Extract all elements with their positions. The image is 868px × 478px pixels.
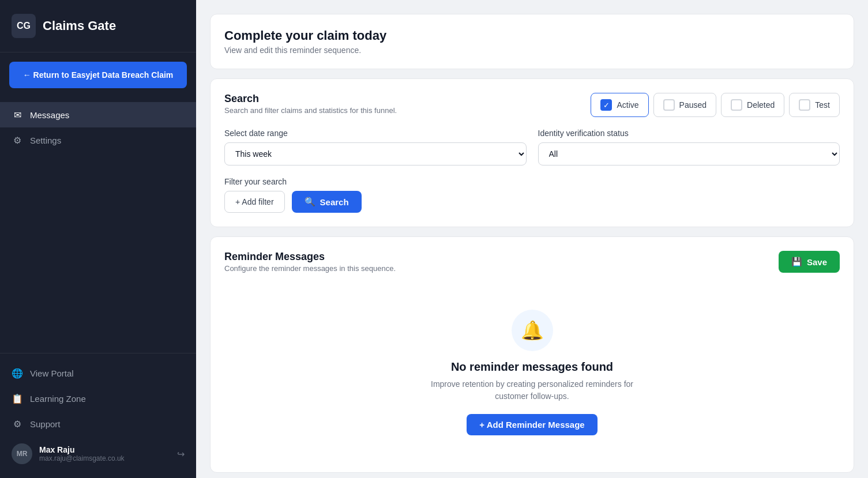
search-button[interactable]: 🔍 Search	[292, 191, 362, 213]
settings-icon: ⚙	[12, 134, 23, 146]
sidebar-bottom: 🌐 View Portal 📋 Learning Zone ⚙ Support …	[0, 353, 196, 478]
sidebar-item-learning-zone[interactable]: 📋 Learning Zone	[0, 386, 196, 411]
sidebar-item-label: Messages	[30, 110, 69, 120]
empty-title: No reminder messages found	[451, 360, 613, 374]
user-section: MR Max Raju max.raju@claimsgate.co.uk ↪	[0, 436, 196, 471]
add-reminder-button[interactable]: + Add Reminder Message	[467, 414, 597, 435]
filter-actions-row: Filter your search + Add filter 🔍 Search	[224, 177, 840, 213]
save-label: Save	[807, 257, 827, 267]
logo-icon: CG	[12, 14, 36, 38]
filter-deleted[interactable]: Deleted	[721, 93, 784, 117]
support-icon: ⚙	[12, 418, 23, 430]
bell-icon: 🔔	[521, 319, 544, 341]
search-title: Search	[224, 93, 397, 105]
sidebar-item-support[interactable]: ⚙ Support	[0, 411, 196, 436]
bell-icon-container: 🔔	[512, 310, 553, 351]
globe-icon: 🌐	[12, 367, 23, 379]
avatar: MR	[12, 443, 32, 464]
return-to-claim-button[interactable]: ← Return to Easyjet Data Breach Claim	[9, 62, 187, 88]
main-nav: ✉ Messages ⚙ Settings	[0, 97, 196, 353]
active-checkbox[interactable]: ✓	[600, 99, 612, 111]
sidebar-item-messages[interactable]: ✉ Messages	[0, 102, 196, 127]
search-header: Search Search and filter claims and stat…	[224, 93, 840, 117]
sidebar: CG Claims Gate ← Return to Easyjet Data …	[0, 0, 196, 478]
sidebar-item-label: Support	[30, 419, 61, 429]
save-icon: 💾	[791, 257, 802, 267]
user-info: Max Raju max.raju@claimsgate.co.uk	[39, 445, 170, 462]
page-title: Complete your claim today	[224, 28, 840, 43]
date-identity-row: Select date range Today This week This m…	[224, 129, 840, 165]
sidebar-item-label: Settings	[30, 136, 61, 145]
logo-area: CG Claims Gate	[0, 0, 196, 52]
search-card: Search Search and filter claims and stat…	[210, 78, 854, 227]
search-title-group: Search Search and filter claims and stat…	[224, 93, 397, 115]
sidebar-item-settings[interactable]: ⚙ Settings	[0, 127, 196, 153]
test-checkbox[interactable]	[799, 99, 810, 111]
search-description: Search and filter claims and statistics …	[224, 106, 397, 115]
save-button[interactable]: 💾 Save	[779, 251, 840, 273]
user-name: Max Raju	[39, 445, 170, 454]
date-range-select[interactable]: Today This week This month Last month Al…	[224, 142, 527, 165]
filter-search-group: Filter your search + Add filter 🔍 Search	[224, 177, 362, 213]
sidebar-item-view-portal[interactable]: 🌐 View Portal	[0, 360, 196, 386]
add-filter-button[interactable]: + Add filter	[224, 191, 285, 213]
deleted-checkbox[interactable]	[731, 99, 742, 111]
reminder-header: Reminder Messages Configure the reminder…	[224, 251, 840, 273]
deleted-label: Deleted	[747, 100, 775, 110]
filter-active[interactable]: ✓ Active	[591, 93, 648, 117]
page-subtitle: View and edit this reminder sequence.	[224, 46, 840, 55]
filter-label: Filter your search	[224, 177, 362, 186]
sidebar-item-label: Learning Zone	[30, 394, 86, 404]
filter-test[interactable]: Test	[789, 93, 840, 117]
user-email: max.raju@claimsgate.co.uk	[39, 454, 170, 462]
paused-label: Paused	[679, 100, 707, 110]
paused-checkbox[interactable]	[663, 99, 675, 111]
identity-status-select[interactable]: All Verified Unverified Pending	[538, 142, 840, 165]
main-content: Complete your claim today View and edit …	[196, 0, 868, 478]
reminder-title-group: Reminder Messages Configure the reminder…	[224, 251, 396, 273]
reminder-description: Configure the reminder messages in this …	[224, 264, 396, 273]
logo-text: Claims Gate	[43, 18, 116, 33]
search-icon: 🔍	[305, 197, 315, 207]
logout-icon[interactable]: ↪	[177, 449, 185, 460]
filter-paused[interactable]: Paused	[653, 93, 716, 117]
reminder-title: Reminder Messages	[224, 251, 396, 263]
date-range-label: Select date range	[224, 129, 527, 138]
reminder-messages-card: Reminder Messages Configure the reminder…	[210, 236, 854, 473]
identity-status-group: Identity verification status All Verifie…	[538, 129, 840, 165]
date-range-group: Select date range Today This week This m…	[224, 129, 527, 165]
messages-icon: ✉	[12, 109, 23, 121]
empty-state: 🔔 No reminder messages found Improve ret…	[224, 287, 840, 458]
header-card: Complete your claim today View and edit …	[210, 14, 854, 69]
active-label: Active	[617, 100, 638, 110]
search-button-label: Search	[320, 197, 349, 207]
test-label: Test	[815, 100, 830, 110]
empty-description: Improve retention by creating personaliz…	[429, 378, 636, 402]
filter-checkboxes: ✓ Active Paused Deleted Test	[591, 93, 840, 117]
identity-status-label: Identity verification status	[538, 129, 840, 138]
book-icon: 📋	[12, 393, 23, 404]
sidebar-item-label: View Portal	[30, 368, 74, 378]
